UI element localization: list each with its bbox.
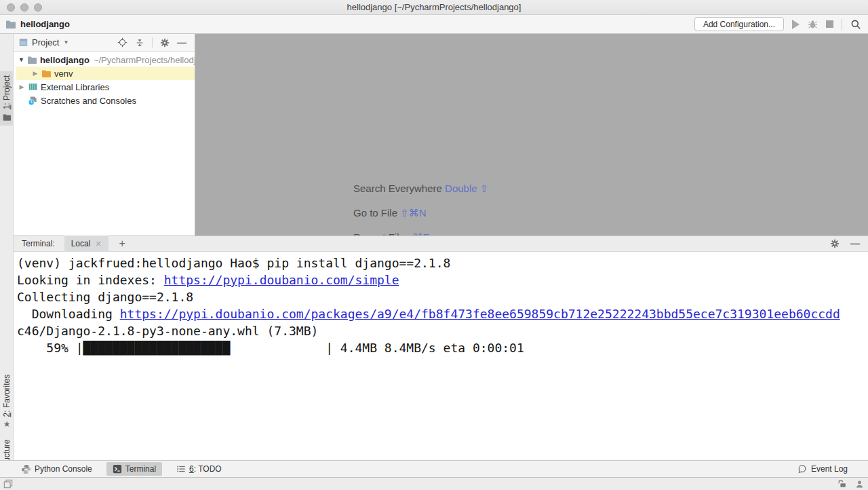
project-panel: Project ▼ — ▼ — [14, 34, 195, 235]
terminal-line: Downloading https://pypi.doubanio.com/pa… — [17, 305, 868, 322]
tree-item-label: venv — [54, 69, 73, 79]
tree-item-label: Scratches and Consoles — [41, 96, 136, 106]
terminal-panel-title: Terminal: — [22, 239, 55, 248]
unlock-icon[interactable] — [837, 479, 847, 489]
terminal-tab-local[interactable]: Local ✕ — [64, 235, 108, 252]
new-session-icon[interactable]: + — [119, 239, 125, 248]
run-icon[interactable] — [792, 20, 800, 29]
stripe-project-label: 1: Project — [2, 75, 12, 110]
terminal-line: c46/Django-2.1.8-py3-none-any.whl (7.3MB… — [17, 322, 868, 339]
terminal-line: (venv) jackfrued:hellodjango Hao$ pip in… — [17, 255, 868, 271]
project-view-selector[interactable]: Project — [32, 37, 59, 48]
stripe-favorites-label: 2: Favorites — [2, 375, 12, 417]
project-tree: ▼ hellodjango ~/PycharmProjects/hellodja… — [14, 52, 195, 107]
terminal-output[interactable]: (venv) jackfrued:hellodjango Hao$ pip in… — [14, 252, 868, 460]
project-folder-icon — [5, 20, 16, 29]
tree-row-external-libraries[interactable]: ▶ External Libraries — [14, 80, 195, 94]
search-everywhere-icon[interactable] — [850, 19, 861, 30]
editor-area: Search Everywhere Double ⇧ Go to File ⇧⌘… — [195, 34, 868, 235]
star-icon: ★ — [3, 419, 11, 429]
chevron-down-icon[interactable]: ▼ — [63, 39, 68, 45]
hide-panel-icon[interactable]: — — [850, 240, 860, 247]
pycharm-window: hellodjango [~/PycharmProjects/hellodjan… — [0, 0, 868, 490]
python-icon — [21, 464, 31, 474]
toolwindow-toggle-icon[interactable] — [3, 479, 13, 489]
libraries-icon — [28, 82, 38, 92]
terminal-panel-header: Terminal: Local ✕ + — — [14, 235, 868, 252]
add-configuration-button[interactable]: Add Configuration... — [694, 17, 784, 31]
gear-icon[interactable] — [830, 239, 840, 248]
terminal-link[interactable]: https://pypi.doubanio.com/packages/a9/e4… — [120, 307, 840, 321]
project-panel-header: Project ▼ — — [14, 34, 195, 52]
terminal-line: Collecting django==2.1.8 — [17, 288, 868, 305]
tree-row-scratches[interactable]: Scratches and Consoles — [14, 94, 195, 107]
tree-item-path: ~/PycharmProjects/hellodjango — [94, 55, 195, 65]
collapse-all-icon[interactable] — [135, 38, 144, 48]
tree-expanded-icon[interactable]: ▼ — [18, 56, 24, 63]
toolwindow-bar: Python Console Terminal 6: TODO Event Lo… — [0, 460, 868, 477]
venv-folder-icon — [41, 69, 52, 78]
stop-icon[interactable] — [826, 20, 833, 28]
breadcrumb[interactable]: hellodjango — [5, 19, 70, 29]
python-console-button[interactable]: Python Console — [15, 462, 98, 476]
breadcrumb-label: hellodjango — [20, 19, 70, 29]
project-view-icon — [19, 38, 28, 47]
toolbar-separator — [842, 19, 842, 30]
debug-icon[interactable] — [808, 19, 818, 29]
titlebar: hellodjango [~/PycharmProjects/hellodjan… — [0, 0, 868, 15]
terminal-button[interactable]: Terminal — [106, 462, 162, 476]
inspections-hector-icon[interactable] — [855, 480, 864, 489]
left-stripe: 1: Project ★ 2: Favorites 7: Structure — [0, 34, 14, 460]
tree-row-venv[interactable]: ▶ venv — [16, 67, 195, 80]
tree-collapsed-icon[interactable]: ▶ — [18, 83, 25, 90]
status-bar — [0, 477, 868, 490]
project-toolwindow-icon — [3, 113, 12, 121]
header-separator — [152, 37, 153, 48]
window-title: hellodjango [~/PycharmProjects/hellodjan… — [0, 2, 868, 12]
event-log-button[interactable]: Event Log — [797, 464, 848, 474]
todo-list-icon — [176, 464, 186, 474]
tree-row-hellodjango[interactable]: ▼ hellodjango ~/PycharmProjects/hellodja… — [14, 53, 195, 67]
locate-file-icon[interactable] — [117, 37, 127, 48]
todo-button[interactable]: 6: TODO — [170, 462, 228, 476]
event-log-icon — [797, 464, 807, 474]
terminal-progress-line: 59% |████████████████████ | 4.4MB 8.4MB/… — [17, 339, 868, 356]
sidebar-tab-favorites[interactable]: ★ 2: Favorites — [0, 373, 14, 429]
close-icon[interactable]: ✕ — [95, 240, 101, 248]
hint-shortcut: ⇧⌘N — [400, 207, 426, 219]
tree-item-label: External Libraries — [41, 82, 109, 92]
hide-panel-icon[interactable]: — — [177, 39, 186, 46]
main-toolbar: hellodjango Add Configuration... — [0, 15, 868, 34]
todo-label: 6: TODO — [189, 464, 222, 474]
terminal-link[interactable]: https://pypi.doubanio.com/simple — [164, 273, 399, 287]
tree-collapsed-icon[interactable]: ▶ — [32, 70, 39, 77]
hint-go-to-file: Go to File ⇧⌘N — [353, 207, 427, 219]
sidebar-tab-project[interactable]: 1: Project — [0, 71, 14, 126]
tree-item-label: hellodjango — [40, 55, 90, 65]
scratches-icon — [28, 96, 38, 106]
folder-icon — [27, 56, 37, 64]
gear-icon[interactable] — [160, 38, 170, 48]
terminal-line: Looking in indexes: https://pypi.doubani… — [17, 271, 868, 288]
hint-shortcut: Double ⇧ — [445, 183, 488, 194]
hint-search-everywhere: Search Everywhere Double ⇧ — [353, 183, 488, 195]
terminal-icon — [113, 464, 122, 474]
